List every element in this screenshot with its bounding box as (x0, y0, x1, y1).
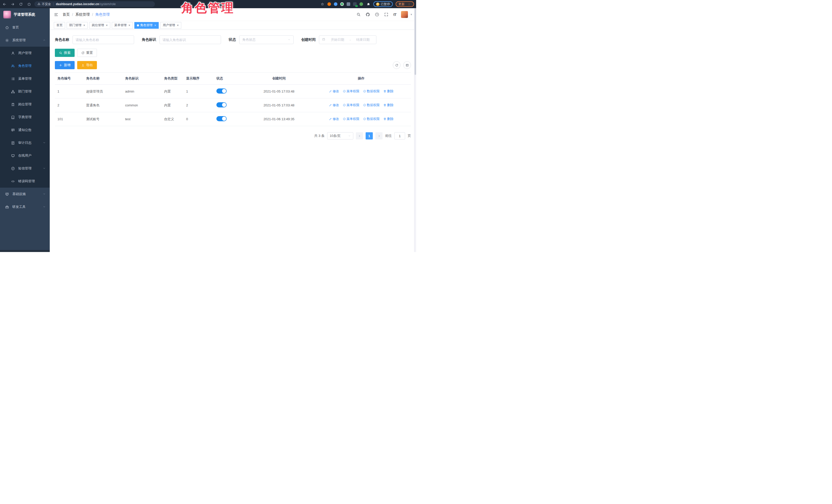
github-icon[interactable] (366, 12, 370, 17)
avatar-caret-down-icon[interactable]: ▾ (411, 13, 412, 16)
sidebar-item-9-sub[interactable]: 审计日志 (0, 136, 50, 149)
reload-icon[interactable] (19, 2, 23, 6)
row-2-action-0[interactable]: 修改 (329, 117, 339, 121)
role-key-label: 角色标识 (142, 37, 156, 42)
extension-blue-gem-icon[interactable] (334, 2, 337, 6)
row-0-action-2[interactable]: 数据权限 (363, 89, 380, 94)
chrome-update-button[interactable]: 更新 (396, 1, 414, 7)
profile-paused-chip[interactable]: 已暂停 (373, 1, 393, 7)
search-icon[interactable] (356, 12, 361, 17)
extension-dark-on-icon[interactable]: on (353, 2, 357, 6)
status-toggle-row-2[interactable] (216, 116, 227, 121)
breadcrumb-item-1[interactable]: 系统管理 (75, 12, 90, 17)
sidebar-item-0-top[interactable]: 首页 (0, 21, 50, 34)
browser-home-icon[interactable] (27, 2, 31, 6)
row-1-action-1[interactable]: 菜单权限 (343, 103, 360, 107)
status-toggle-row-1[interactable] (216, 102, 227, 107)
extension-puzzle-icon[interactable] (366, 2, 370, 6)
extension-orange-icon[interactable] (328, 2, 331, 6)
scrollbar-thumb[interactable] (415, 8, 416, 75)
user-avatar[interactable] (401, 11, 408, 18)
row-0-action-0[interactable]: 修改 (329, 89, 339, 94)
extension-green-seven-icon[interactable]: 7 (340, 2, 344, 6)
tab-close-icon[interactable]: × (106, 24, 108, 27)
goto-page-input[interactable] (394, 132, 405, 139)
roles-table: 角色编号角色名称角色标识角色类型显示顺序状态创建时间操作 1 超级管理员 adm… (55, 72, 411, 126)
tab-close-icon[interactable]: × (128, 24, 130, 27)
extension-gray-icon[interactable] (347, 2, 350, 6)
sidebar-item-7-sub[interactable]: 字典管理 (0, 111, 50, 124)
address-bar[interactable]: 不安全 dashboard.yudao.iocoder.cn/system/ro… (34, 1, 155, 7)
extension-green-icon[interactable] (360, 2, 363, 6)
sidebar-item-label: 错误码管理 (18, 179, 35, 184)
cell-role-key: admin (123, 85, 161, 99)
export-button[interactable]: 导出 (77, 61, 97, 69)
search-button[interactable]: 搜索 (55, 49, 75, 57)
total-count-label: 共 3 条 (314, 134, 324, 138)
kebab-menu-icon[interactable] (407, 2, 411, 6)
department-tree-icon (11, 90, 15, 94)
prev-page-button[interactable] (356, 132, 363, 139)
tab-2[interactable]: 岗位管理× (89, 22, 110, 29)
cell-role-key: common (123, 99, 161, 112)
breadcrumb: 首页/系统管理/角色管理 (62, 12, 110, 17)
table-row-2: 101 测试账号 test 自定义 0 2021-01-06 13:49:35 … (55, 112, 411, 126)
row-2-action-1[interactable]: 菜单权限 (343, 117, 360, 121)
help-icon[interactable] (375, 12, 379, 17)
row-1-action-2[interactable]: 数据权限 (363, 103, 380, 107)
row-0-action-1[interactable]: 菜单权限 (343, 89, 360, 94)
next-page-button[interactable] (375, 132, 383, 139)
hamburger-icon[interactable] (54, 12, 58, 17)
sidebar-item-1-top[interactable]: 系统管理 (0, 34, 50, 47)
tab-close-icon[interactable]: × (83, 24, 85, 27)
sidebar-item-12-sub[interactable]: 错误码管理 (0, 175, 50, 188)
row-2-action-2[interactable]: 数据权限 (363, 117, 380, 121)
tab-3[interactable]: 菜单管理× (112, 22, 133, 29)
tab-5[interactable]: 用户管理× (160, 22, 181, 29)
tab-close-icon[interactable]: × (154, 24, 156, 27)
sidebar-item-2-sub[interactable]: 用户管理 (0, 47, 50, 59)
breadcrumb-item-0[interactable]: 首页 (62, 12, 70, 17)
sidebar-item-11-sub[interactable]: 短信管理 (0, 162, 50, 175)
create-time-group: 创建时间 开始日期 - 结束日期 (301, 35, 376, 44)
page-size-select[interactable]: 10条/页 (327, 132, 353, 139)
role-name-input[interactable] (73, 35, 134, 44)
tab-4[interactable]: 角色管理× (134, 22, 159, 29)
sidebar-logo[interactable]: 芋道管理系统 (0, 8, 50, 21)
app-title: 芋道管理系统 (14, 12, 35, 17)
row-1-action-0[interactable]: 修改 (329, 103, 339, 107)
tab-close-icon[interactable]: × (177, 24, 179, 27)
fullscreen-icon[interactable] (384, 12, 388, 17)
bookmark-star-icon[interactable] (320, 2, 324, 6)
edit-icon (329, 117, 332, 121)
column-settings-button[interactable] (403, 61, 411, 69)
forward-icon[interactable] (10, 2, 15, 6)
sidebar-item-10-sub[interactable]: 在线用户 (0, 149, 50, 162)
reset-button[interactable]: 重置 (77, 49, 97, 57)
dictionary-book-icon (11, 115, 15, 119)
row-0-action-3[interactable]: 删除 (383, 89, 394, 94)
status-select[interactable]: 角色状态 (239, 35, 293, 44)
sidebar-item-14-top[interactable]: 研发工具 (0, 201, 50, 213)
add-button[interactable]: 新增 (55, 61, 75, 69)
page-scrollbar[interactable] (414, 8, 416, 252)
tab-0[interactable]: 首页 (54, 22, 65, 29)
sidebar-item-4-sub[interactable]: 菜单管理 (0, 72, 50, 85)
refresh-table-button[interactable] (393, 61, 400, 69)
paused-label: 已暂停 (381, 2, 390, 6)
role-key-input[interactable] (159, 35, 221, 44)
date-range-picker[interactable]: 开始日期 - 结束日期 (319, 35, 376, 44)
font-size-icon[interactable]: tT (393, 12, 396, 17)
sidebar-item-13-top[interactable]: 基础设施 (0, 188, 50, 201)
tags-view: 首页 部门管理× 岗位管理× 菜单管理× 角色管理× 用户管理× (50, 21, 416, 30)
sidebar-item-6-sub[interactable]: 岗位管理 (0, 98, 50, 111)
status-toggle-row-0[interactable] (216, 88, 227, 94)
sidebar-item-5-sub[interactable]: 部门管理 (0, 85, 50, 98)
sidebar-item-3-sub[interactable]: 角色管理 (0, 59, 50, 72)
row-2-action-3[interactable]: 删除 (383, 117, 394, 121)
back-icon[interactable] (2, 2, 7, 6)
row-1-action-3[interactable]: 删除 (383, 103, 394, 107)
sidebar-item-8-sub[interactable]: 通知公告 (0, 124, 50, 136)
tab-1[interactable]: 部门管理× (67, 22, 88, 29)
page-number-1[interactable]: 1 (366, 132, 373, 139)
